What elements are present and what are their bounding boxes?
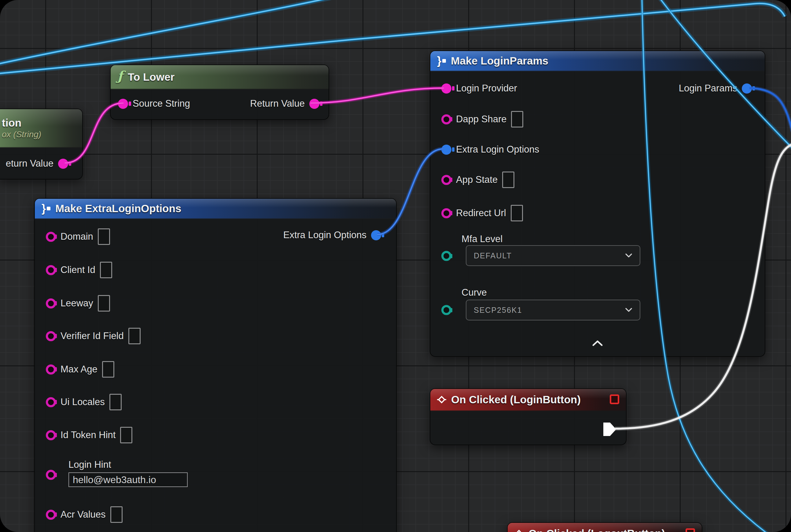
curve-dropdown[interactable]: SECP256K1 <box>466 300 640 320</box>
login-provider-input-pin[interactable] <box>441 83 451 94</box>
node-subtitle-fragment: ox (String) <box>2 130 41 139</box>
pin-label: Max Age <box>60 364 97 375</box>
id-token-hint-value-box[interactable] <box>120 427 132 443</box>
pin-label: Id Token Hint <box>60 430 116 441</box>
node-header: On Clicked (LogoutButton) <box>508 523 702 532</box>
node-header: tion ox (String) <box>0 109 82 148</box>
id-token-hint-input-pin[interactable] <box>46 430 56 440</box>
exec-output-pin[interactable] <box>603 422 616 436</box>
node-make-extra-login-options[interactable]: } Make ExtraLoginOptions Domain Extra Lo… <box>34 198 397 532</box>
domain-value-box[interactable] <box>98 228 110 245</box>
pin-label: Client Id <box>60 264 95 276</box>
ui-locales-value-box[interactable] <box>110 394 122 410</box>
verifier-id-field-input-pin[interactable] <box>46 331 56 341</box>
pin-label: Ui Locales <box>60 397 105 407</box>
pin-label: Extra Login Options <box>456 144 539 155</box>
node-make-login-params[interactable]: } Make LoginParams Login Provider Login … <box>430 51 765 357</box>
wire-return-value-to-login-provider <box>310 88 444 103</box>
pin-label: Verifier Id Field <box>60 330 124 342</box>
client-id-value-box[interactable] <box>100 262 112 278</box>
node-on-clicked-login-button[interactable]: On Clicked (LoginButton) <box>430 388 626 445</box>
mfa-level-dropdown[interactable]: DEFAULT <box>466 245 640 266</box>
node-on-clicked-logout-button[interactable]: On Clicked (LogoutButton) <box>507 522 702 532</box>
widget-bind-indicator <box>610 394 619 404</box>
ui-locales-input-pin[interactable] <box>46 397 56 407</box>
wire-background-cyan-1 <box>0 0 348 65</box>
make-struct-icon: } <box>42 203 51 214</box>
blueprint-graph-canvas[interactable]: tion ox (String) eturn Value ƒ To Lower … <box>0 0 791 532</box>
pin-label: Extra Login Options <box>283 230 366 241</box>
client-id-input-pin[interactable] <box>46 265 56 275</box>
pin-label: Return Value <box>250 98 305 109</box>
acr-values-input-pin[interactable] <box>46 510 56 520</box>
app-state-value-box[interactable] <box>502 172 515 188</box>
curve-input-pin[interactable] <box>441 305 451 315</box>
login-params-output-pin[interactable] <box>742 83 752 94</box>
pin-label: Login Params <box>679 83 737 94</box>
mfa-level-label: Mfa Level <box>462 233 502 245</box>
login-hint-input-pin[interactable] <box>46 470 56 480</box>
node-header: On Clicked (LoginButton) <box>430 389 626 411</box>
mfa-level-value: DEFAULT <box>474 251 512 260</box>
login-hint-group: Login Hint hello@web3auth.io <box>69 459 188 487</box>
node-header: ƒ To Lower <box>111 65 329 89</box>
pin-label: Source String <box>133 98 190 109</box>
node-textbox-partial[interactable]: tion ox (String) eturn Value <box>0 109 83 179</box>
dapp-share-input-pin[interactable] <box>441 114 451 125</box>
leeway-value-box[interactable] <box>98 295 110 311</box>
dapp-share-value-box[interactable] <box>511 111 523 128</box>
max-age-input-pin[interactable] <box>46 364 56 375</box>
pin-label: Redirect Url <box>456 208 506 218</box>
extra-login-options-input-pin[interactable] <box>441 145 451 155</box>
event-icon <box>437 395 446 404</box>
node-header: } Make LoginParams <box>430 51 765 71</box>
login-hint-label: Login Hint <box>69 459 188 470</box>
pin-label: Leeway <box>60 298 93 309</box>
source-string-input-pin[interactable] <box>118 99 128 109</box>
domain-input-pin[interactable] <box>46 232 56 242</box>
extra-login-options-output-pin[interactable] <box>371 230 381 240</box>
verifier-id-field-value-box[interactable] <box>128 328 140 344</box>
pin-label: Dapp Share <box>456 114 506 125</box>
pin-label: App State <box>456 174 498 185</box>
node-title: To Lower <box>128 71 175 83</box>
pin-label: Login Provider <box>456 83 517 94</box>
app-state-input-pin[interactable] <box>441 175 451 185</box>
pin-label: Domain <box>60 231 93 242</box>
chevron-down-icon <box>625 308 632 312</box>
node-header: } Make ExtraLoginOptions <box>35 199 396 219</box>
redirect-url-value-box[interactable] <box>511 205 523 221</box>
widget-bind-indicator <box>686 528 695 532</box>
return-value-output-pin[interactable] <box>58 159 68 169</box>
node-title-fragment: tion <box>2 117 21 129</box>
curve-label: Curve <box>462 287 487 298</box>
login-hint-value: hello@web3auth.io <box>73 474 156 486</box>
max-age-value-box[interactable] <box>102 361 114 378</box>
function-icon: ƒ <box>117 70 123 82</box>
event-icon <box>515 529 524 532</box>
node-title: On Clicked (LogoutButton) <box>528 527 665 532</box>
pin-label: Acr Values <box>60 509 106 520</box>
leeway-input-pin[interactable] <box>46 299 56 308</box>
return-value-output-pin[interactable] <box>309 99 320 109</box>
pin-label: eturn Value <box>6 158 54 169</box>
node-to-lower[interactable]: ƒ To Lower Source String Return Value <box>110 64 329 120</box>
collapse-chevron-icon[interactable] <box>592 340 604 347</box>
mfa-level-input-pin[interactable] <box>441 251 451 261</box>
make-struct-icon: } <box>437 55 446 66</box>
chevron-down-icon <box>625 253 632 258</box>
acr-values-value-box[interactable] <box>110 506 122 523</box>
node-title: On Clicked (LoginButton) <box>451 394 581 406</box>
login-hint-input[interactable]: hello@web3auth.io <box>69 472 188 487</box>
redirect-url-input-pin[interactable] <box>441 208 451 218</box>
curve-value: SECP256K1 <box>474 306 522 315</box>
node-title: Make ExtraLoginOptions <box>55 203 181 215</box>
node-title: Make LoginParams <box>451 55 548 67</box>
